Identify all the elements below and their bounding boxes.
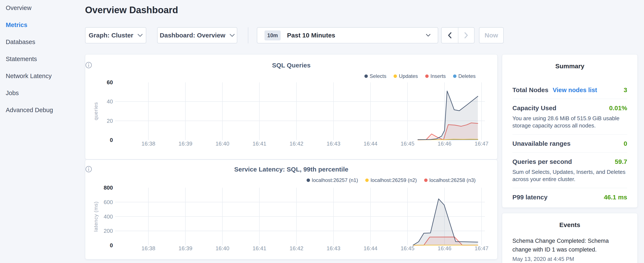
sidebar-item-network-latency[interactable]: Network Latency (6, 68, 82, 85)
y-axis-label: latency (ms) (93, 201, 99, 232)
sidebar-item-metrics[interactable]: Metrics (6, 16, 82, 34)
x-tick-label: 16:39 (178, 140, 192, 147)
summary-panel: Summary Total NodesView nodes list3Capac… (502, 54, 638, 208)
summary-row-value: 46.1 ms (604, 194, 627, 201)
graph-dropdown[interactable]: Graph: Cluster (85, 27, 146, 43)
previous-time-button[interactable] (442, 28, 458, 43)
chevron-right-icon (464, 32, 468, 39)
x-tick-label: 16:47 (474, 140, 488, 147)
summary-row-label: Capacity Used (512, 105, 556, 112)
y-tick-label: 60 (107, 79, 113, 86)
x-tick-label: 16:47 (474, 245, 488, 251)
y-axis-label: queries (93, 102, 99, 120)
graph-dropdown-label: Graph: Cluster (89, 32, 133, 39)
service-latency-plot[interactable]: 16:3816:3916:4016:4116:4216:4316:4416:45… (85, 160, 498, 259)
next-time-button[interactable] (458, 28, 474, 43)
chevron-down-icon (426, 34, 430, 37)
summary-row-value: 0.01% (609, 105, 627, 112)
time-range-label: Past 10 Minutes (287, 32, 335, 39)
x-tick-label: 16:38 (142, 245, 155, 251)
sidebar-item-jobs[interactable]: Jobs (6, 85, 82, 102)
time-range-dropdown[interactable]: 10m Past 10 Minutes (257, 27, 438, 43)
y-tick-label: 0 (110, 242, 113, 248)
x-tick-label: 16:46 (438, 140, 451, 147)
controls-divider (248, 27, 248, 43)
y-tick-label: 20 (107, 118, 113, 124)
x-tick-label: 16:39 (178, 245, 192, 251)
summary-row: Capacity Used0.01%You are using 28.6 MiB… (512, 99, 627, 134)
now-button[interactable]: Now (479, 27, 504, 43)
y-tick-label: 400 (104, 213, 113, 220)
x-tick-label: 16:40 (216, 245, 230, 251)
y-tick-label: 600 (104, 199, 113, 205)
event-text: Schema Change Completed: Schema change w… (512, 237, 627, 254)
summary-rows: Total NodesView nodes list3Capacity Used… (502, 81, 638, 206)
dashboard-dropdown[interactable]: Dashboard: Overview (157, 27, 237, 43)
x-tick-label: 16:42 (290, 245, 304, 251)
y-tick-label: 800 (104, 184, 113, 191)
events-title: Events (502, 221, 638, 228)
x-tick-label: 16:38 (142, 140, 155, 147)
x-tick-label: 16:40 (216, 140, 230, 147)
page-title: Overview Dashboard (85, 5, 178, 15)
summary-row-value: 0 (624, 140, 627, 147)
events-panel: Events Schema Change Completed: Schema c… (502, 213, 638, 263)
summary-row-value: 59.7 (615, 158, 627, 165)
sidebar: OverviewMetricsDatabasesStatementsNetwor… (6, 0, 82, 119)
x-tick-label: 16:45 (400, 140, 414, 147)
summary-row: Unavailable ranges0 (512, 134, 627, 152)
x-tick-label: 16:41 (252, 245, 266, 251)
sidebar-item-statements[interactable]: Statements (6, 51, 82, 68)
x-tick-label: 16:41 (252, 140, 266, 147)
dashboard-dropdown-label: Dashboard: Overview (160, 32, 225, 39)
chevron-down-icon (138, 34, 143, 37)
summary-row-label: Total Nodes (512, 86, 548, 94)
time-range-badge: 10m (264, 31, 281, 41)
events-list: Schema Change Completed: Schema change w… (502, 237, 638, 262)
y-tick-label: 0 (110, 137, 113, 143)
service-latency-chart-card: Service Latency: SQL, 99th percentile lo… (85, 160, 498, 259)
summary-title: Summary (502, 63, 638, 70)
summary-row: Queries per second59.7Sum of Selects, Up… (512, 152, 627, 188)
summary-row: P99 latency46.1 ms (512, 188, 627, 206)
now-button-label: Now (484, 32, 498, 39)
summary-row-value: 3 (624, 86, 627, 94)
event-item[interactable]: Schema Change Completed: Schema change w… (512, 237, 627, 262)
x-tick-label: 16:45 (400, 245, 414, 251)
sidebar-item-overview[interactable]: Overview (6, 0, 82, 16)
x-tick-label: 16:44 (364, 140, 378, 147)
sql-queries-plot[interactable]: 16:3816:3916:4016:4116:4216:4316:4416:45… (85, 55, 498, 160)
x-tick-label: 16:44 (364, 245, 378, 251)
chevron-left-icon (447, 32, 452, 39)
x-tick-label: 16:43 (326, 245, 340, 251)
summary-row-description: You are using 28.6 MiB of 515.9 GiB usab… (512, 115, 627, 129)
sql-queries-chart-card: SQL Queries SelectsUpdatesInsertsDeletes… (85, 54, 498, 159)
summary-row-description: Sum of Selects, Updates, Inserts, and De… (512, 168, 627, 183)
y-tick-label: 200 (104, 228, 113, 234)
summary-row: Total NodesView nodes list3 (512, 81, 627, 99)
sidebar-item-databases[interactable]: Databases (6, 34, 82, 51)
time-step-buttons (441, 27, 474, 43)
summary-row-label: P99 latency (512, 194, 548, 201)
chevron-down-icon (230, 34, 235, 37)
sidebar-item-advanced-debug[interactable]: Advanced Debug (6, 102, 82, 119)
summary-row-label: Unavailable ranges (512, 140, 570, 147)
x-tick-label: 16:42 (290, 140, 304, 147)
summary-row-label: Queries per second (512, 158, 572, 165)
x-tick-label: 16:43 (326, 140, 340, 147)
view-nodes-list-link[interactable]: View nodes list (552, 87, 597, 94)
x-tick-label: 16:46 (438, 245, 451, 251)
event-timestamp: May 13, 2020 at 4:45 PM (512, 256, 627, 262)
y-tick-label: 40 (107, 98, 113, 105)
